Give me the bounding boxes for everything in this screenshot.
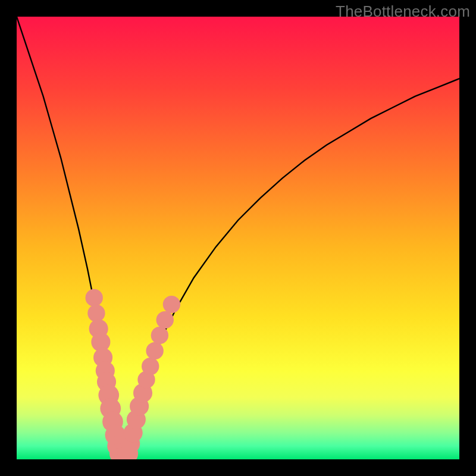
data-marker <box>146 342 163 359</box>
data-marker <box>87 305 105 322</box>
data-marker <box>142 358 159 375</box>
data-marker <box>163 296 180 313</box>
data-marker <box>156 311 174 328</box>
bottleneck-chart <box>17 17 459 459</box>
plot-area <box>17 17 459 459</box>
data-marker <box>151 327 168 344</box>
data-marker <box>86 289 103 306</box>
watermark-text: TheBottleneck.com <box>336 2 470 21</box>
gradient-background <box>17 17 459 459</box>
chart-frame: TheBottleneck.com <box>0 0 476 476</box>
